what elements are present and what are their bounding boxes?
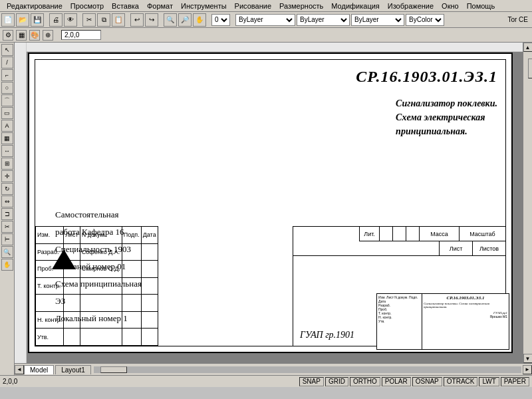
snap-btn[interactable]: ⊕: [43, 30, 53, 41]
hscroll-tab-bar: ◄ Model Layout1 ►: [15, 363, 532, 375]
hatch-btn[interactable]: ▦: [1, 132, 13, 144]
stamp-nkontr-name: [80, 311, 122, 329]
canvas-area[interactable]: СР.16.1903.01.ЭЗ.1 Сигнализатор поклевки…: [15, 43, 523, 363]
snap-btn[interactable]: SNAP: [299, 377, 324, 386]
bycolor-select[interactable]: ByColor: [406, 14, 444, 26]
hscroll-track[interactable]: [94, 366, 521, 373]
lineweight-select[interactable]: ByLayer: [351, 14, 404, 26]
rect-btn[interactable]: ▭: [1, 107, 13, 119]
otrack-btn[interactable]: OTRACK: [444, 377, 478, 386]
masshtab-label: Масштаб: [459, 227, 505, 241]
mirror-btn[interactable]: ⇔: [1, 196, 13, 207]
stamp-col-list: Лист: [64, 227, 80, 244]
grid-btn[interactable]: GRID: [325, 377, 348, 386]
move-btn[interactable]: ✛: [1, 170, 13, 182]
lwt-btn[interactable]: LWT: [479, 377, 499, 386]
offset-btn[interactable]: ⊐: [1, 208, 13, 220]
vscroll-down-btn[interactable]: ▼: [523, 354, 533, 363]
stamp-utv-name: [80, 329, 122, 346]
stamp-tkontr-empty: [64, 277, 80, 295]
stamp-empty4: [122, 295, 141, 312]
stamp-empty3: [80, 295, 122, 312]
save-btn[interactable]: 💾: [31, 13, 44, 27]
menu-image[interactable]: Изображение: [384, 2, 438, 10]
stamp-col-ndok: N докум.: [80, 227, 122, 244]
stamp-empty1: [36, 295, 64, 312]
stamp-nkontr-empty: [64, 311, 80, 329]
stamp-tkontr-date: [141, 277, 158, 295]
pan-btn[interactable]: ✋: [193, 13, 206, 27]
hscroll-thumb[interactable]: [100, 366, 127, 373]
mini-left: Изм. Лист N докум. Подп. Дата Разраб. Пр…: [377, 294, 422, 349]
ortho-btn[interactable]: ORTHO: [350, 377, 380, 386]
mini-desc: Сигнализатор поклевки. Схема электрическ…: [424, 302, 507, 309]
undo-btn[interactable]: ↩: [130, 13, 144, 27]
menu-modify[interactable]: Модификация: [327, 2, 384, 10]
pan-realtime-btn[interactable]: ✋: [1, 259, 13, 271]
hscroll-left-btn[interactable]: ◄: [15, 365, 24, 374]
menu-format[interactable]: Формат: [143, 2, 177, 10]
polar-btn[interactable]: POLAR: [382, 377, 411, 386]
drawing-subtitle: Сигнализатор поклевки. Схема электрическ…: [396, 96, 497, 138]
menu-tools[interactable]: Инструменты: [177, 2, 231, 10]
zoom-out-btn[interactable]: 🔎: [178, 13, 192, 27]
massa-label: Масса: [419, 227, 459, 241]
vertical-scrollbar[interactable]: ▲ ▼: [523, 43, 532, 363]
top-bar-text: Tor CE: [507, 16, 531, 23]
menu-help[interactable]: Помощь: [463, 2, 499, 10]
line-btn[interactable]: /: [1, 57, 13, 68]
redo-btn[interactable]: ↪: [145, 13, 158, 27]
menu-view[interactable]: Просмотр: [66, 2, 108, 10]
paste-btn[interactable]: 📋: [112, 13, 125, 27]
stamp-razrab-date: [141, 243, 158, 261]
menu-draw[interactable]: Рисование: [231, 2, 275, 10]
menu-insert[interactable]: Вставка: [108, 2, 143, 10]
color-select[interactable]: ByLayer: [235, 14, 295, 26]
stamp-tkontr-label: Т. контр.: [36, 277, 64, 295]
coord-display: 2,0,0: [3, 378, 17, 385]
preview-btn[interactable]: 👁: [64, 13, 77, 27]
print-btn[interactable]: 🖨: [49, 13, 63, 27]
linetype-select[interactable]: ByLayer: [297, 14, 350, 26]
guap-text: ГУАП гр.1901: [300, 330, 354, 340]
hscroll-right-btn[interactable]: ►: [523, 365, 532, 374]
text-btn[interactable]: A: [1, 120, 13, 132]
lit-val1: [379, 227, 392, 241]
status-bar: 2,0,0 SNAP GRID ORTHO POLAR OSNAP OTRACK…: [0, 375, 532, 387]
stamp-razrab-label: Разраб.: [36, 243, 64, 261]
menu-edit[interactable]: Редактирование: [3, 2, 66, 10]
canvas-wrapper: СР.16.1903.01.ЭЗ.1 Сигнализатор поклевки…: [15, 43, 532, 375]
stamp-col-izm: Изм.: [36, 227, 64, 244]
trim-btn[interactable]: ✂: [1, 221, 13, 233]
menu-window[interactable]: Окно: [438, 2, 463, 10]
paper-btn[interactable]: PAPER: [501, 377, 529, 386]
vscroll-thumb[interactable]: [528, 59, 533, 78]
extend-btn[interactable]: ⊢: [1, 233, 13, 245]
zoom-in-btn[interactable]: 🔍: [164, 13, 177, 27]
polyline-btn[interactable]: ⌐: [1, 69, 13, 81]
layer-select[interactable]: 0: [211, 14, 230, 26]
zoom-realtime-btn[interactable]: 🔍: [1, 246, 13, 258]
vscroll-up-btn[interactable]: ▲: [523, 43, 533, 52]
open-btn[interactable]: 📂: [16, 13, 29, 27]
copy-btn[interactable]: ⧉: [97, 13, 110, 27]
tab-layout1[interactable]: Layout1: [55, 365, 91, 374]
circle-btn[interactable]: ○: [1, 82, 13, 94]
dim-btn[interactable]: ↔: [1, 145, 13, 157]
properties-btn[interactable]: ⚙: [3, 30, 13, 41]
osnap-btn[interactable]: OSNAP: [412, 377, 442, 386]
menu-dimension[interactable]: Размерность: [275, 2, 327, 10]
cut-btn[interactable]: ✂: [82, 13, 96, 27]
stamp-utv-empty: [64, 329, 80, 346]
layer-btn[interactable]: ▦: [16, 30, 27, 41]
left-toolbar: ↖ / ⌐ ○ ⌒ ▭ A ▦ ↔ ⊞ ✛ ↻ ⇔ ⊐ ✂ ⊢ 🔍 ✋: [0, 43, 15, 375]
snap-from-btn[interactable]: ⊞: [1, 158, 13, 170]
tab-model[interactable]: Model: [24, 365, 54, 374]
new-btn[interactable]: 📄: [1, 13, 15, 27]
stamp-tkontr-sign: [122, 277, 141, 295]
arc-btn[interactable]: ⌒: [1, 94, 13, 106]
rotate-btn[interactable]: ↻: [1, 183, 13, 195]
stamp-nkontr-row: Н. контр.: [36, 311, 158, 329]
select-btn[interactable]: ↖: [1, 44, 13, 56]
color-btn[interactable]: 🎨: [29, 30, 40, 41]
